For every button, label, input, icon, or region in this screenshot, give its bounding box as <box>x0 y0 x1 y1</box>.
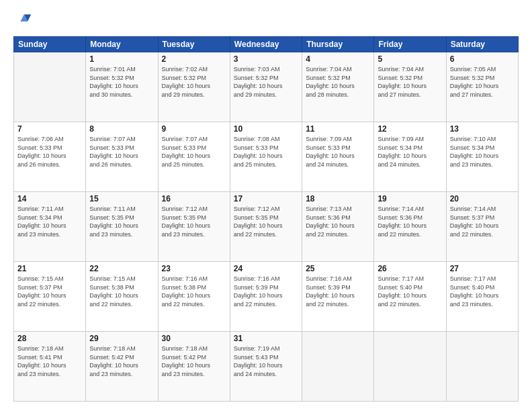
day-number: 23 <box>162 264 226 273</box>
calendar-cell: 15Sunrise: 7:11 AM Sunset: 5:35 PM Dayli… <box>86 192 158 262</box>
calendar-cell: 3Sunrise: 7:03 AM Sunset: 5:32 PM Daylig… <box>230 52 302 122</box>
calendar-cell <box>374 332 446 402</box>
day-number: 16 <box>162 194 226 203</box>
calendar-cell: 1Sunrise: 7:01 AM Sunset: 5:32 PM Daylig… <box>86 52 158 122</box>
day-info: Sunrise: 7:14 AM Sunset: 5:36 PM Dayligh… <box>378 205 442 238</box>
calendar-cell: 7Sunrise: 7:06 AM Sunset: 5:33 PM Daylig… <box>14 122 86 192</box>
day-number: 1 <box>89 54 154 64</box>
calendar-cell: 11Sunrise: 7:09 AM Sunset: 5:33 PM Dayli… <box>302 122 374 192</box>
calendar-cell <box>14 52 86 122</box>
day-number: 10 <box>234 124 298 134</box>
day-info: Sunrise: 7:11 AM Sunset: 5:35 PM Dayligh… <box>89 205 154 238</box>
day-number: 3 <box>234 54 298 64</box>
day-number: 5 <box>378 54 442 64</box>
day-number: 17 <box>234 194 298 203</box>
day-info: Sunrise: 7:07 AM Sunset: 5:33 PM Dayligh… <box>89 135 154 169</box>
calendar-cell: 29Sunrise: 7:18 AM Sunset: 5:42 PM Dayli… <box>86 332 158 402</box>
day-info: Sunrise: 7:08 AM Sunset: 5:33 PM Dayligh… <box>234 135 298 169</box>
day-info: Sunrise: 7:01 AM Sunset: 5:32 PM Dayligh… <box>89 65 154 99</box>
day-header-saturday: Saturday <box>446 37 518 52</box>
calendar-cell <box>302 332 374 402</box>
week-row-5: 28Sunrise: 7:18 AM Sunset: 5:41 PM Dayli… <box>14 332 519 402</box>
day-info: Sunrise: 7:18 AM Sunset: 5:41 PM Dayligh… <box>17 345 82 378</box>
day-info: Sunrise: 7:15 AM Sunset: 5:38 PM Dayligh… <box>89 275 154 308</box>
day-number: 26 <box>378 264 442 273</box>
day-info: Sunrise: 7:02 AM Sunset: 5:32 PM Dayligh… <box>162 65 226 99</box>
day-header-monday: Monday <box>86 37 158 52</box>
calendar-cell: 22Sunrise: 7:15 AM Sunset: 5:38 PM Dayli… <box>86 262 158 332</box>
day-info: Sunrise: 7:18 AM Sunset: 5:42 PM Dayligh… <box>162 345 226 378</box>
day-info: Sunrise: 7:12 AM Sunset: 5:35 PM Dayligh… <box>162 205 226 238</box>
calendar-cell: 25Sunrise: 7:16 AM Sunset: 5:39 PM Dayli… <box>302 262 374 332</box>
day-info: Sunrise: 7:17 AM Sunset: 5:40 PM Dayligh… <box>378 275 442 308</box>
logo <box>13 12 35 31</box>
day-info: Sunrise: 7:19 AM Sunset: 5:43 PM Dayligh… <box>234 345 298 378</box>
day-info: Sunrise: 7:17 AM Sunset: 5:40 PM Dayligh… <box>450 275 515 308</box>
calendar-cell: 6Sunrise: 7:05 AM Sunset: 5:32 PM Daylig… <box>446 52 518 122</box>
day-number: 30 <box>162 334 226 343</box>
day-number: 28 <box>17 334 82 343</box>
day-info: Sunrise: 7:16 AM Sunset: 5:38 PM Dayligh… <box>162 275 226 308</box>
week-row-4: 21Sunrise: 7:15 AM Sunset: 5:37 PM Dayli… <box>14 262 519 332</box>
day-info: Sunrise: 7:11 AM Sunset: 5:34 PM Dayligh… <box>17 205 82 238</box>
day-number: 20 <box>450 194 515 203</box>
day-number: 19 <box>378 194 442 203</box>
day-number: 11 <box>306 124 370 134</box>
day-number: 8 <box>89 124 154 134</box>
day-number: 25 <box>306 264 370 273</box>
page: SundayMondayTuesdayWednesdayThursdayFrid… <box>0 0 532 411</box>
calendar-cell: 27Sunrise: 7:17 AM Sunset: 5:40 PM Dayli… <box>446 262 518 332</box>
day-header-wednesday: Wednesday <box>230 37 302 52</box>
day-number: 4 <box>306 54 370 64</box>
calendar-cell: 12Sunrise: 7:09 AM Sunset: 5:34 PM Dayli… <box>374 122 446 192</box>
calendar-cell: 31Sunrise: 7:19 AM Sunset: 5:43 PM Dayli… <box>230 332 302 402</box>
day-number: 24 <box>234 264 298 273</box>
day-info: Sunrise: 7:05 AM Sunset: 5:32 PM Dayligh… <box>450 65 515 99</box>
day-info: Sunrise: 7:09 AM Sunset: 5:33 PM Dayligh… <box>306 135 370 169</box>
day-number: 31 <box>234 334 298 343</box>
day-number: 22 <box>89 264 154 273</box>
logo-icon <box>13 12 32 31</box>
calendar-table: SundayMondayTuesdayWednesdayThursdayFrid… <box>13 36 519 402</box>
calendar-cell: 5Sunrise: 7:04 AM Sunset: 5:32 PM Daylig… <box>374 52 446 122</box>
calendar-cell: 9Sunrise: 7:07 AM Sunset: 5:33 PM Daylig… <box>158 122 230 192</box>
calendar-cell: 10Sunrise: 7:08 AM Sunset: 5:33 PM Dayli… <box>230 122 302 192</box>
day-info: Sunrise: 7:13 AM Sunset: 5:36 PM Dayligh… <box>306 205 370 238</box>
day-info: Sunrise: 7:15 AM Sunset: 5:37 PM Dayligh… <box>17 275 82 308</box>
day-number: 6 <box>450 54 515 64</box>
calendar-cell: 21Sunrise: 7:15 AM Sunset: 5:37 PM Dayli… <box>14 262 86 332</box>
header-row: SundayMondayTuesdayWednesdayThursdayFrid… <box>14 37 519 52</box>
calendar-cell: 24Sunrise: 7:16 AM Sunset: 5:39 PM Dayli… <box>230 262 302 332</box>
week-row-3: 14Sunrise: 7:11 AM Sunset: 5:34 PM Dayli… <box>14 192 519 262</box>
day-number: 12 <box>378 124 442 134</box>
week-row-1: 1Sunrise: 7:01 AM Sunset: 5:32 PM Daylig… <box>14 52 519 122</box>
day-info: Sunrise: 7:14 AM Sunset: 5:37 PM Dayligh… <box>450 205 515 238</box>
day-info: Sunrise: 7:12 AM Sunset: 5:35 PM Dayligh… <box>234 205 298 238</box>
calendar-cell: 19Sunrise: 7:14 AM Sunset: 5:36 PM Dayli… <box>374 192 446 262</box>
day-number: 18 <box>306 194 370 203</box>
day-info: Sunrise: 7:10 AM Sunset: 5:34 PM Dayligh… <box>450 135 515 169</box>
day-info: Sunrise: 7:06 AM Sunset: 5:33 PM Dayligh… <box>17 135 82 169</box>
day-info: Sunrise: 7:16 AM Sunset: 5:39 PM Dayligh… <box>306 275 370 308</box>
calendar-cell: 4Sunrise: 7:04 AM Sunset: 5:32 PM Daylig… <box>302 52 374 122</box>
day-number: 7 <box>17 124 82 134</box>
day-info: Sunrise: 7:04 AM Sunset: 5:32 PM Dayligh… <box>378 65 442 99</box>
day-info: Sunrise: 7:18 AM Sunset: 5:42 PM Dayligh… <box>89 345 154 378</box>
day-header-tuesday: Tuesday <box>158 37 230 52</box>
day-info: Sunrise: 7:09 AM Sunset: 5:34 PM Dayligh… <box>378 135 442 169</box>
day-header-sunday: Sunday <box>14 37 86 52</box>
day-number: 15 <box>89 194 154 203</box>
calendar-cell: 20Sunrise: 7:14 AM Sunset: 5:37 PM Dayli… <box>446 192 518 262</box>
calendar-cell: 8Sunrise: 7:07 AM Sunset: 5:33 PM Daylig… <box>86 122 158 192</box>
calendar-cell: 13Sunrise: 7:10 AM Sunset: 5:34 PM Dayli… <box>446 122 518 192</box>
day-header-thursday: Thursday <box>302 37 374 52</box>
day-number: 27 <box>450 264 515 273</box>
calendar-cell: 16Sunrise: 7:12 AM Sunset: 5:35 PM Dayli… <box>158 192 230 262</box>
day-info: Sunrise: 7:07 AM Sunset: 5:33 PM Dayligh… <box>162 135 226 169</box>
calendar-cell: 26Sunrise: 7:17 AM Sunset: 5:40 PM Dayli… <box>374 262 446 332</box>
day-number: 13 <box>450 124 515 134</box>
week-row-2: 7Sunrise: 7:06 AM Sunset: 5:33 PM Daylig… <box>14 122 519 192</box>
day-number: 21 <box>17 264 82 273</box>
calendar-cell: 30Sunrise: 7:18 AM Sunset: 5:42 PM Dayli… <box>158 332 230 402</box>
day-header-friday: Friday <box>374 37 446 52</box>
